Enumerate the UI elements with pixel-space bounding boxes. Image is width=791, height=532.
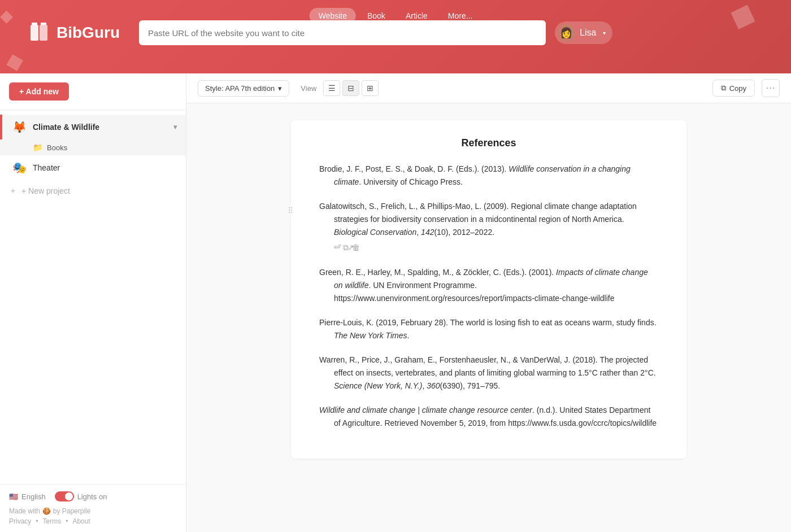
folder-icon: 📁 bbox=[33, 143, 42, 152]
reference-entry-5: Warren, R., Price, J., Graham, E., Forst… bbox=[319, 354, 658, 393]
project-emoji-theater: 🎭 bbox=[11, 161, 27, 175]
chevron-down-style-icon: ▾ bbox=[278, 84, 282, 93]
footer-links: Privacy • Terms • About bbox=[9, 517, 177, 525]
footer-made-with: Made with 🍪 by Paperpile bbox=[9, 507, 177, 515]
references-panel: References Brodie, J. F., Post, E. S., &… bbox=[186, 103, 791, 532]
reference-entry-1: Brodie, J. F., Post, E. S., & Doak, D. F… bbox=[319, 163, 658, 189]
nav-tabs: Website Book Article More... bbox=[310, 8, 482, 24]
more-options-button[interactable]: ··· bbox=[762, 79, 780, 97]
terms-link[interactable]: Terms bbox=[43, 517, 62, 525]
avatar: 👩 bbox=[557, 24, 575, 42]
heart-icon: 🍪 bbox=[42, 507, 51, 515]
project-emoji-climate: 🦊 bbox=[11, 120, 27, 134]
by-paperpile-text: by Paperpile bbox=[53, 507, 91, 515]
sidebar: + Add new 🦊 Climate & Wildlife ▾ 📁 Books… bbox=[0, 73, 186, 532]
references-card: References Brodie, J. F., Post, E. S., &… bbox=[291, 120, 686, 459]
privacy-link[interactable]: Privacy bbox=[9, 517, 31, 525]
chevron-down-icon: ▾ bbox=[603, 30, 606, 36]
sidebar-footer: 🇺🇸 English Lights on Made with 🍪 by Pape… bbox=[0, 484, 186, 532]
tab-more[interactable]: More... bbox=[439, 8, 482, 24]
footer-language-row: 🇺🇸 English Lights on bbox=[9, 491, 177, 502]
new-project-label: + New project bbox=[21, 186, 70, 195]
view-list-button[interactable]: ☰ bbox=[323, 80, 340, 96]
search-bar[interactable] bbox=[139, 20, 546, 45]
flag-icon: 🇺🇸 bbox=[9, 492, 18, 501]
lights-label: Lights on bbox=[77, 492, 107, 501]
svg-rect-1 bbox=[40, 25, 47, 41]
copy-icon: ⧉ bbox=[721, 84, 726, 93]
language-label: English bbox=[21, 492, 46, 501]
svg-rect-2 bbox=[32, 23, 37, 25]
reference-entry-4: Pierre-Louis, K. (2019, February 28). Th… bbox=[319, 316, 658, 342]
subitem-books-label: Books bbox=[47, 143, 67, 152]
main-layout: + Add new 🦊 Climate & Wildlife ▾ 📁 Books… bbox=[0, 73, 791, 532]
tab-book[interactable]: Book bbox=[358, 8, 394, 24]
logo: BibGuru bbox=[28, 21, 130, 44]
tab-article[interactable]: Article bbox=[397, 8, 437, 24]
reference-entry-6: Wildlife and climate change | climate ch… bbox=[319, 404, 658, 430]
references-title: References bbox=[319, 137, 658, 149]
sidebar-item-climate-wildlife[interactable]: 🦊 Climate & Wildlife ▾ bbox=[0, 115, 186, 139]
user-name: Lisa bbox=[580, 28, 596, 38]
reference-entry-3: Green, R. E., Harley, M., Spalding, M., … bbox=[319, 266, 658, 305]
svg-rect-3 bbox=[41, 23, 46, 25]
header: ◆ ◆ ◆ Website Book Article More... BibGu… bbox=[0, 0, 791, 73]
chevron-icon-climate: ▾ bbox=[173, 123, 177, 131]
new-project-button[interactable]: ＋ + New project bbox=[0, 180, 186, 202]
style-selector[interactable]: Style: APA 7th edition ▾ bbox=[198, 80, 289, 97]
language-selector[interactable]: 🇺🇸 English bbox=[9, 492, 46, 501]
copy-label: Copy bbox=[729, 84, 746, 93]
project-name-climate: Climate & Wildlife bbox=[33, 123, 168, 132]
copy-button[interactable]: ⧉ Copy bbox=[712, 80, 755, 97]
toolbar: Style: APA 7th edition ▾ View ☰ ⊟ ⊞ ⧉ Co… bbox=[186, 73, 791, 103]
svg-rect-0 bbox=[31, 25, 38, 41]
toggle-switch[interactable] bbox=[55, 491, 74, 502]
view-compact-button[interactable]: ⊟ bbox=[342, 80, 359, 96]
style-label: Style: APA 7th edition bbox=[205, 84, 275, 93]
sidebar-top: + Add new bbox=[0, 73, 186, 110]
user-menu[interactable]: 👩 Lisa ▾ bbox=[555, 21, 612, 44]
content-area: Style: APA 7th edition ▾ View ☰ ⊟ ⊞ ⧉ Co… bbox=[186, 73, 791, 532]
logo-icon bbox=[28, 21, 51, 44]
sidebar-projects: 🦊 Climate & Wildlife ▾ 📁 Books 🎭 Theater… bbox=[0, 110, 186, 484]
view-expanded-button[interactable]: ⊞ bbox=[362, 80, 379, 96]
sidebar-item-theater[interactable]: 🎭 Theater bbox=[0, 155, 186, 180]
view-buttons: ☰ ⊟ ⊞ bbox=[323, 80, 379, 96]
logo-text: BibGuru bbox=[56, 24, 120, 42]
reference-actions-2: ✏ " ⧉ ↗ 🗑 bbox=[334, 241, 658, 254]
made-with-text: Made with bbox=[9, 507, 40, 515]
lights-toggle[interactable]: Lights on bbox=[55, 491, 107, 502]
view-label: View bbox=[301, 84, 316, 93]
search-input[interactable] bbox=[148, 28, 537, 38]
sidebar-subitem-books[interactable]: 📁 Books bbox=[0, 139, 186, 155]
tab-website[interactable]: Website bbox=[310, 8, 356, 24]
add-new-button[interactable]: + Add new bbox=[9, 82, 69, 101]
project-name-theater: Theater bbox=[33, 163, 177, 172]
plus-icon: ＋ bbox=[9, 186, 17, 196]
reference-entry-2: ⠿ Galatowitsch, S., Frelich, L., & Phill… bbox=[319, 200, 658, 254]
about-link[interactable]: About bbox=[72, 517, 90, 525]
